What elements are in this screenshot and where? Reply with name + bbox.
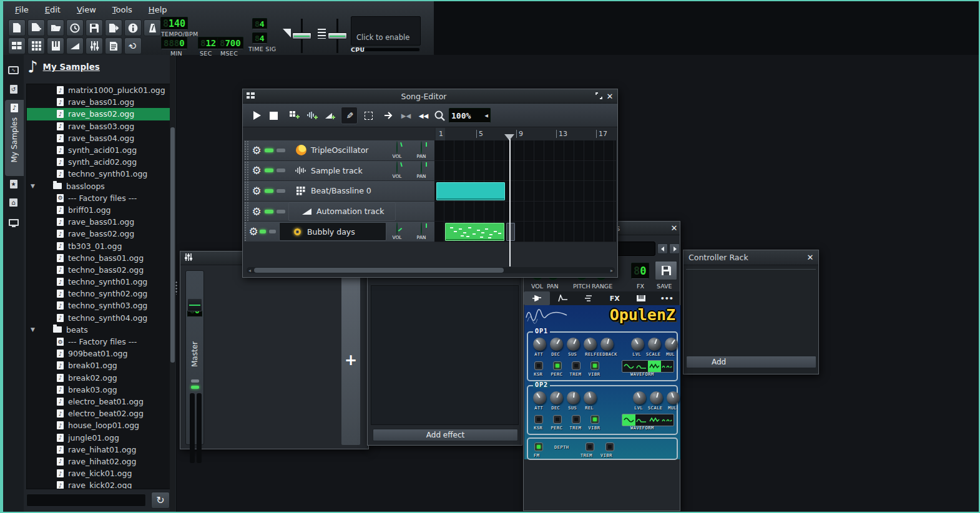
op-knob-dec[interactable]	[550, 391, 563, 404]
op-knob-mul[interactable]	[667, 391, 680, 404]
track-volume-knob[interactable]: VOL	[386, 162, 408, 179]
waveform-option-2[interactable]	[648, 361, 661, 372]
op-led-vibr[interactable]	[590, 415, 599, 424]
file-row[interactable]: ♪rave_bass04.ogg	[27, 132, 170, 144]
track-grip-handle[interactable]	[244, 202, 248, 222]
menu-edit[interactable]: Edit	[38, 3, 67, 16]
file-list[interactable]: ♪matrix1000_pluck01.ogg♪rave_bass01.ogg♪…	[26, 84, 171, 489]
home-tab-icon[interactable]: ⌂	[6, 195, 21, 210]
add-sample-track-button[interactable]	[304, 107, 321, 124]
file-row[interactable]: ♪techno_synth04.ogg	[27, 312, 170, 324]
piano-roll-button[interactable]	[47, 37, 64, 54]
new-from-template-button[interactable]	[27, 19, 45, 36]
op-knob-rel[interactable]	[584, 338, 597, 351]
file-row[interactable]: ♪909beat01.ogg	[27, 348, 170, 359]
expand-arrow-icon[interactable]: ▼	[31, 183, 37, 189]
op-led-perc[interactable]	[553, 361, 562, 370]
waveform-selector[interactable]	[622, 360, 674, 373]
op-knob-scale[interactable]	[650, 391, 663, 404]
op-knob-sus[interactable]	[567, 338, 580, 351]
open-project-button[interactable]	[47, 19, 64, 36]
timeline-ruler[interactable]: 1591317	[434, 128, 616, 140]
trem-depth-led[interactable]	[586, 442, 594, 451]
op-led-perc[interactable]	[553, 415, 562, 424]
file-row[interactable]: ♪rave_kick02.ogg	[27, 479, 170, 489]
file-row[interactable]: ♪synth_acid01.ogg	[27, 144, 170, 156]
track-gear-icon[interactable]: ⚙	[247, 225, 260, 238]
track-solo-led[interactable]	[277, 210, 285, 213]
track-volume-knob[interactable]: VOL	[386, 223, 408, 240]
master-volume-handle[interactable]	[292, 32, 311, 39]
track-volume-knob[interactable]: VOL	[386, 142, 408, 159]
zoom-spinner-arrow[interactable]: ◀	[485, 112, 488, 119]
tab-env-lfo[interactable]	[550, 291, 576, 305]
close-icon[interactable]: ✕	[669, 223, 680, 233]
file-row[interactable]: ⚙--- Factory files ---	[27, 192, 170, 204]
time-msec-lcd[interactable]: 8700	[217, 37, 243, 49]
edit-mode-button[interactable]	[360, 107, 377, 124]
controller-rack-titlebar[interactable]: Controller Rack ✕	[684, 250, 818, 265]
file-row[interactable]: ♪synth_acid02.ogg	[27, 156, 170, 168]
track-grip-handle[interactable]	[244, 140, 248, 160]
track-pan-knob[interactable]: PAN	[411, 223, 432, 240]
track-pan-knob[interactable]: PAN	[411, 142, 432, 159]
fm-led[interactable]	[534, 442, 543, 451]
visualizer-enable-text[interactable]: Click to enable	[356, 33, 409, 42]
track-mute-led[interactable]	[265, 210, 273, 213]
fx-mixer-button[interactable]	[86, 37, 103, 54]
file-row[interactable]: ♪techno_synth01.ogg	[27, 168, 170, 180]
track-grip-handle[interactable]	[244, 161, 248, 181]
channel-mute-led[interactable]	[191, 386, 199, 389]
track-solo-led[interactable]	[277, 169, 285, 172]
file-row[interactable]: ♪break02.ogg	[27, 372, 170, 384]
waveform-option-0[interactable]	[622, 414, 635, 426]
file-row[interactable]: ♪rave_hihat02.ogg	[27, 456, 170, 467]
master-pitch-handle[interactable]	[328, 32, 347, 39]
skip-to-end-button[interactable]: ▶◀	[398, 107, 414, 124]
master-fader-handle[interactable]	[187, 298, 202, 311]
track-gear-icon[interactable]: ⚙	[248, 164, 265, 177]
file-row[interactable]: ♪rave_bass03.ogg	[27, 120, 170, 132]
file-row[interactable]: ♪rave_kick01.ogg	[27, 467, 170, 479]
bb-editor-button[interactable]	[27, 37, 45, 54]
save-project-button[interactable]	[86, 19, 103, 36]
save-preset-button[interactable]	[655, 261, 677, 280]
waveform-option-3[interactable]	[661, 414, 674, 426]
waveform-option-2[interactable]	[648, 414, 661, 426]
maximize-icon[interactable]	[593, 92, 604, 101]
master-fader-track[interactable]	[188, 393, 203, 463]
track-solo-led[interactable]	[277, 149, 285, 152]
stop-button[interactable]	[265, 107, 282, 124]
song-editor-titlebar[interactable]: Song-Editor ✕	[243, 89, 617, 104]
track-name-plate[interactable]: Automation track	[288, 202, 396, 221]
recently-opened-button[interactable]	[66, 19, 84, 36]
song-editor-hscrollbar[interactable]: ◂▸	[247, 267, 615, 273]
file-row[interactable]: ♪matrix1000_pluck01.ogg	[27, 84, 170, 96]
new-project-button[interactable]	[8, 19, 26, 36]
zoom-level-lcd[interactable]: 100%◀	[449, 108, 491, 123]
track-mute-led[interactable]	[265, 149, 273, 152]
op-led-ksr[interactable]	[534, 361, 543, 370]
file-row[interactable]: ♪rave_bass01.ogg	[27, 216, 170, 228]
file-row[interactable]: ♪techno_bass01.ogg	[27, 252, 170, 264]
project-notes-button[interactable]	[105, 37, 122, 54]
op-knob-lvl[interactable]	[633, 391, 646, 404]
refresh-button[interactable]: ↻	[151, 492, 170, 509]
timesig-num-lcd[interactable]: 84	[252, 18, 267, 29]
file-row[interactable]: ♪house_loop01.ogg	[27, 419, 170, 431]
tab-chord-arp[interactable]	[576, 291, 602, 305]
op-led-trem[interactable]	[572, 361, 581, 370]
op-led-vibr[interactable]	[590, 361, 599, 370]
waveform-option-0[interactable]	[622, 361, 635, 372]
file-row[interactable]: ♪electro_beat02.ogg	[27, 408, 170, 419]
file-row[interactable]: ♪tb303_01.ogg	[27, 240, 170, 252]
track-gear-icon[interactable]: ⚙	[248, 205, 265, 218]
file-row[interactable]: ♪techno_synth02.ogg	[27, 288, 170, 300]
play-button[interactable]	[248, 107, 265, 124]
draw-mode-button[interactable]: ✎	[341, 107, 358, 124]
waveform-option-3[interactable]	[661, 361, 674, 372]
time-min-lcd[interactable]: 8880	[161, 37, 187, 49]
timesig-den-lcd[interactable]: 84	[252, 32, 267, 44]
tab-more[interactable]: •••	[654, 291, 680, 305]
op-knob-feedback[interactable]	[600, 338, 614, 351]
